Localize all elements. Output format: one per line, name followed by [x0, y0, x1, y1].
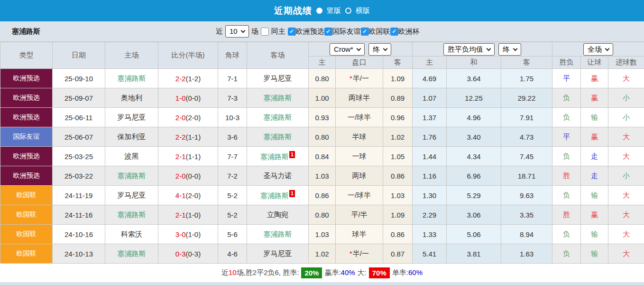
cell-score: 4-1(2-0)	[158, 186, 218, 205]
team-label: 塞浦路斯	[264, 94, 292, 102]
chevron-down-icon	[605, 46, 610, 51]
cell-home-team: 波黑	[105, 147, 158, 166]
subheader-handicap: 盘口	[336, 57, 383, 69]
cell-handicap: *半/一	[336, 244, 383, 264]
cell-home-team: 塞浦路斯	[105, 69, 158, 88]
cell-mean-win: 1.44	[413, 147, 447, 166]
horizontal-layout-label[interactable]: 横版	[356, 6, 370, 15]
halftime-score: (1-0)	[186, 211, 201, 219]
competition-checkbox[interactable]: ✓	[361, 28, 369, 36]
team-label: 塞浦路斯	[118, 210, 146, 218]
vertical-layout-label[interactable]: 竖版	[327, 6, 341, 15]
cell-goals-result: 小	[608, 166, 644, 186]
cell-mean-lose: 8.94	[501, 225, 552, 244]
cell-handicap-result: 走	[581, 147, 608, 166]
cell-corners: 5-6	[218, 225, 247, 244]
match-row: 欧国联24-11-16塞浦路斯2-1(1-0)5-2立陶宛0.80平/半1.09…	[0, 205, 644, 225]
cell-handicap: 一/球半	[336, 108, 383, 127]
cell-home-team: 科索沃	[105, 225, 158, 244]
halftime-score: (0-0)	[186, 94, 201, 102]
cell-date: 25-06-11	[53, 108, 105, 127]
cell-score: 2-0(0-0)	[158, 166, 218, 186]
team-label: 科索沃	[121, 230, 142, 238]
halftime-score: (1-1)	[186, 133, 201, 141]
cell-mean-draw: 3.06	[447, 205, 501, 225]
chevron-down-icon	[356, 46, 361, 51]
cell-away-team: 塞浦路斯	[247, 88, 309, 108]
match-row: 欧洲预选25-03-25波黑2-1(1-1)7-7塞浦路斯10.84一球1.05…	[0, 147, 644, 166]
cell-type: 欧国联	[0, 244, 53, 264]
cell-mean-lose: 7.91	[501, 108, 552, 127]
cell-goals-result: 大	[608, 244, 644, 264]
team-label: 塞浦路斯	[118, 171, 146, 180]
team-label: 波黑	[125, 152, 139, 160]
single-label: 单率:	[392, 268, 408, 276]
cell-odds-away: 0.89	[383, 88, 413, 108]
cell-mean-win: 1.07	[413, 88, 447, 108]
cell-goals-result: 小	[608, 108, 644, 127]
competition-label: 欧洲杯	[398, 27, 420, 36]
cell-handicap: 两球	[336, 166, 383, 186]
halftime-score: (1-2)	[186, 75, 201, 83]
fulltime-score: 0-3	[175, 250, 186, 258]
cell-date: 25-09-10	[53, 69, 105, 88]
cell-corners: 7-3	[218, 88, 247, 108]
cell-score: 3-0(1-0)	[158, 225, 218, 244]
cell-mean-lose: 29.22	[501, 88, 552, 108]
cell-type: 欧洲预选	[0, 88, 53, 108]
cell-date: 25-06-07	[53, 127, 105, 147]
cell-odds-home: 0.80	[309, 127, 336, 147]
cell-goals-result: 大	[608, 205, 644, 225]
cell-result: 负	[552, 88, 581, 108]
subheader-handicap-result: 让球	[581, 57, 608, 69]
recent-count-select[interactable]: 10	[225, 25, 249, 38]
cell-mean-win: 2.29	[413, 205, 447, 225]
booking-badge: 1	[289, 151, 295, 158]
cell-odds-home: 1.02	[309, 244, 336, 264]
mean-type-select[interactable]: 胜平负均值	[443, 43, 495, 56]
cell-mean-win: 1.30	[413, 186, 447, 205]
chevron-down-icon	[240, 28, 245, 33]
cell-type: 欧洲预选	[0, 108, 53, 127]
competition-checkbox[interactable]: ✓	[390, 28, 398, 36]
odds-win-rate: 40%	[341, 268, 355, 276]
star-icon: *	[350, 74, 352, 82]
cell-goals-result: 大	[608, 69, 644, 88]
cell-date: 24-10-16	[53, 225, 105, 244]
cell-handicap: 平/半	[336, 205, 383, 225]
horizontal-layout-radio[interactable]	[345, 8, 351, 14]
cell-corners: 7-1	[218, 69, 247, 88]
summary-recent-label: 近	[221, 268, 229, 276]
halftime-score: (0-3)	[186, 250, 201, 258]
cell-mean-lose: 18.71	[501, 166, 552, 186]
cell-corners: 7-7	[218, 147, 247, 166]
halftime-score: (2-0)	[186, 114, 201, 122]
period-select[interactable]: 全场	[583, 43, 613, 56]
cell-mean-draw: 4.96	[447, 108, 501, 127]
competition-checkbox[interactable]: ✓	[288, 28, 296, 36]
cell-score: 2-2(1-1)	[158, 127, 218, 147]
match-row: 国际友谊25-06-07保加利亚2-2(1-1)3-6塞浦路斯0.80半球1.0…	[0, 127, 644, 147]
cell-odds-home: 0.86	[309, 186, 336, 205]
cell-mean-draw: 4.34	[447, 147, 501, 166]
cell-mean-lose: 9.63	[501, 186, 552, 205]
cell-date: 25-03-25	[53, 147, 105, 166]
vertical-layout-radio[interactable]	[316, 8, 322, 14]
competition-checkbox[interactable]: ✓	[324, 28, 332, 36]
same-home-checkbox[interactable]	[261, 28, 269, 36]
cell-mean-draw: 3.64	[447, 69, 501, 88]
odds-time-select[interactable]: 终	[368, 43, 391, 56]
cell-odds-home: 1.00	[309, 88, 336, 108]
cell-result: 负	[552, 147, 581, 166]
team-label: 罗马尼亚	[264, 249, 292, 257]
fulltime-score: 2-1	[175, 152, 186, 161]
odds-company-select[interactable]: Crow*	[330, 43, 365, 56]
column-header-score: 比分(半场)	[158, 42, 218, 69]
cell-corners: 4-6	[218, 244, 247, 264]
cell-handicap: 半球	[336, 127, 383, 147]
star-icon: *	[350, 249, 352, 257]
cell-mean-lose: 7.45	[501, 147, 552, 166]
cell-type: 欧国联	[0, 225, 53, 244]
column-header-corners: 角球	[218, 42, 247, 69]
mean-time-select[interactable]: 终	[498, 43, 521, 56]
